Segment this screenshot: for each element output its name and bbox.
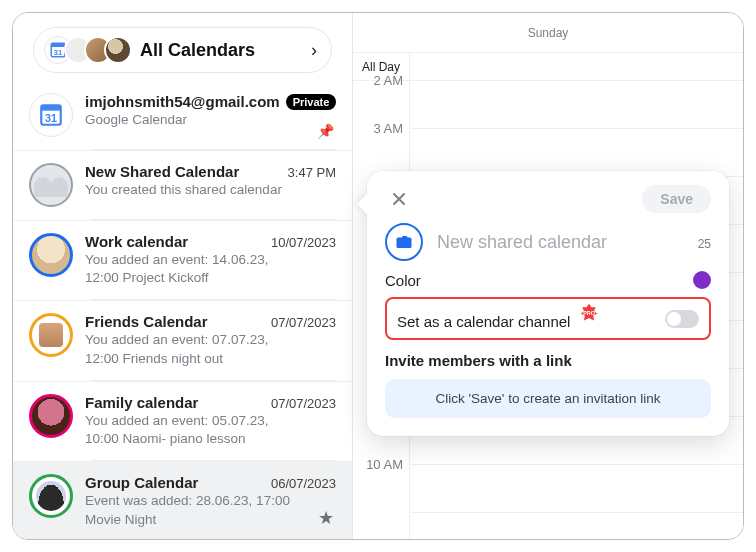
calendar-title: Group Calendar [85, 474, 198, 491]
day-weekday: Sunday [353, 26, 743, 40]
color-swatch[interactable] [693, 271, 711, 289]
all-day-cell[interactable] [409, 53, 743, 81]
color-picker-row[interactable]: Color [385, 271, 711, 289]
calendar-avatar [29, 313, 73, 357]
calendar-photo-button[interactable] [385, 223, 423, 261]
calendar-subtitle: Event was added: 28.06.23, 17:00 Movie N… [85, 492, 336, 528]
hour-label: 10 AM [353, 457, 409, 505]
shared-calendar-icon [29, 163, 73, 207]
pro-badge-icon: PRO [579, 303, 599, 323]
calendar-avatar [29, 394, 73, 438]
svg-text:31: 31 [45, 112, 57, 124]
day-header: Sunday [353, 13, 743, 53]
calendar-timestamp: 3:47 PM [288, 165, 336, 180]
calendar-avatar [29, 233, 73, 277]
hour-label: 2 AM [353, 73, 409, 121]
calendar-avatar [29, 474, 73, 518]
google-calendar-icon: 31 [29, 93, 73, 137]
calendar-row-family[interactable]: Family calendar You added an event: 05.0… [13, 381, 352, 460]
color-label: Color [385, 272, 421, 289]
calendar-list-sidebar: 31 All Calendars › 31 imjo [13, 13, 353, 539]
set-as-channel-row: Set as a calendar channel PRO [385, 297, 711, 340]
calendar-avatar-stack: 31 [44, 36, 132, 64]
camera-icon [395, 233, 413, 251]
pin-icon[interactable]: 📌 [317, 123, 334, 139]
all-calendars-selector[interactable]: 31 All Calendars › [33, 27, 332, 73]
calendar-subtitle: Google Calendar [85, 111, 336, 129]
chevron-right-icon: › [311, 40, 317, 61]
calendar-row-group[interactable]: Group Calendar Event was added: 28.06.23… [13, 461, 352, 540]
calendar-name-input[interactable]: New shared calendar 25 [437, 232, 711, 253]
hour-label: 3 AM [353, 121, 409, 169]
calendar-row-gmail[interactable]: 31 imjohnsmith54@gmail.com Private Googl… [13, 81, 352, 149]
save-button[interactable]: Save [642, 185, 711, 213]
private-badge: Private [286, 94, 337, 110]
calendar-row-work[interactable]: Work calendar You added an event: 14.06.… [13, 220, 352, 299]
calendar-title: Friends Calendar [85, 313, 208, 330]
invite-members-label: Invite members with a link [385, 352, 711, 369]
new-shared-calendar-popup: Save New shared calendar 25 Color Set as… [367, 171, 729, 436]
channel-label: Set as a calendar channel [397, 313, 570, 330]
svg-rect-1 [51, 43, 65, 47]
calendar-row-new-shared[interactable]: New Shared Calendar You created this sha… [13, 150, 352, 219]
calendar-title: Family calendar [85, 394, 198, 411]
svg-rect-4 [41, 105, 61, 110]
calendar-row-friends[interactable]: Friends Calendar You added an event: 07.… [13, 300, 352, 379]
char-count: 25 [698, 237, 711, 251]
calendar-subtitle: You added an event: 05.07.23, 10:00 Naom… [85, 412, 336, 448]
invite-hint: Click 'Save' to create an invitation lin… [385, 379, 711, 418]
svg-text:PRO: PRO [583, 310, 595, 316]
calendar-name-placeholder: New shared calendar [437, 232, 607, 253]
calendar-title: Work calendar [85, 233, 188, 250]
calendar-title: New Shared Calendar [85, 163, 239, 180]
calendar-subtitle: You added an event: 14.06.23, 12:00 Proj… [85, 251, 336, 287]
calendar-subtitle: You created this shared calendar [85, 181, 336, 199]
calendar-timestamp: 06/07/2023 [271, 476, 336, 491]
calendar-timestamp: 10/07/2023 [271, 235, 336, 250]
calendar-timestamp: 07/07/2023 [271, 396, 336, 411]
svg-text:31: 31 [54, 48, 62, 57]
star-icon[interactable]: ★ [318, 507, 334, 529]
calendar-timestamp: 07/07/2023 [271, 315, 336, 330]
close-icon [391, 191, 407, 207]
calendar-title: imjohnsmith54@gmail.com [85, 93, 280, 110]
calendar-list: 31 imjohnsmith54@gmail.com Private Googl… [13, 81, 352, 540]
close-button[interactable] [385, 185, 413, 213]
calendar-subtitle: You added an event: 07.07.23, 12:00 Frie… [85, 331, 336, 367]
channel-toggle[interactable] [665, 310, 699, 328]
user-avatar-icon [104, 36, 132, 64]
all-calendars-title: All Calendars [140, 40, 255, 61]
